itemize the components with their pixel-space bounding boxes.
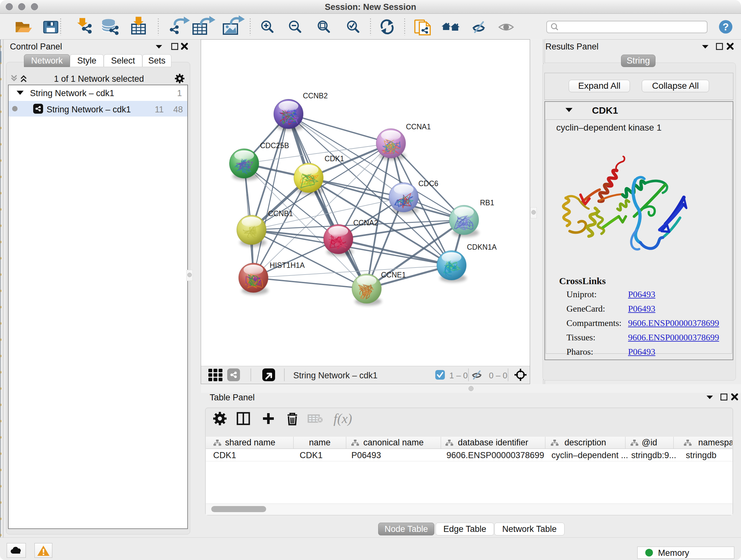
svg-text:CCNA1: CCNA1	[406, 123, 431, 131]
svg-text:CCNB1: CCNB1	[268, 209, 293, 218]
svg-text:CCNE1: CCNE1	[381, 271, 406, 279]
svg-text:CDK1: CDK1	[325, 154, 344, 163]
svg-text:CDC25B: CDC25B	[260, 141, 289, 150]
svg-text:CDC6: CDC6	[418, 179, 439, 188]
svg-text:CCNB2: CCNB2	[303, 91, 328, 100]
svg-text:CDKN1A: CDKN1A	[467, 243, 497, 251]
svg-text:CCNA2: CCNA2	[353, 219, 378, 227]
svg-text:HIST1H1A: HIST1H1A	[270, 261, 305, 269]
svg-text:RB1: RB1	[480, 199, 494, 207]
svg-text:?: ?	[723, 21, 729, 33]
